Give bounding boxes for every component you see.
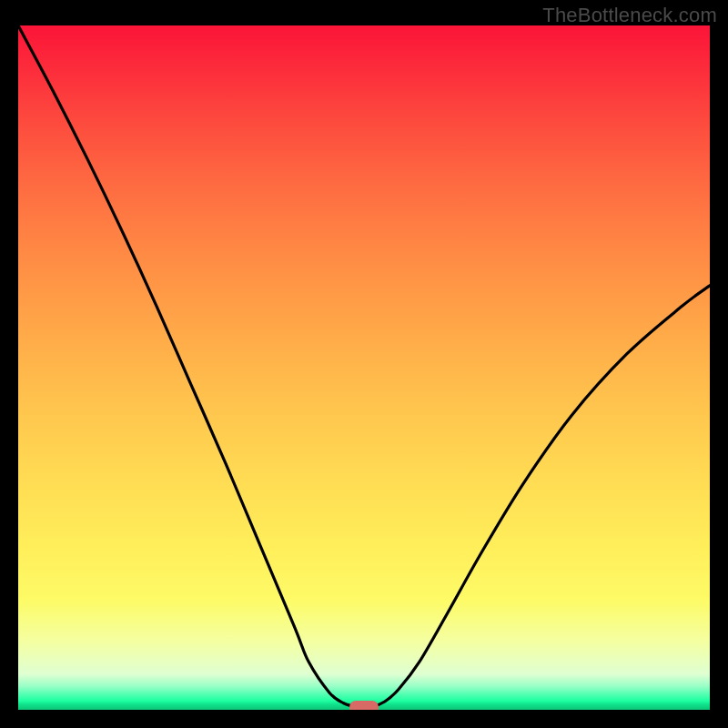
chart-frame: TheBottleneck.com bbox=[0, 0, 728, 728]
plot-area bbox=[18, 25, 710, 710]
bottleneck-curve bbox=[18, 25, 710, 710]
optimum-marker bbox=[349, 701, 379, 710]
watermark-text: TheBottleneck.com bbox=[542, 4, 717, 27]
curve-path bbox=[18, 25, 710, 708]
